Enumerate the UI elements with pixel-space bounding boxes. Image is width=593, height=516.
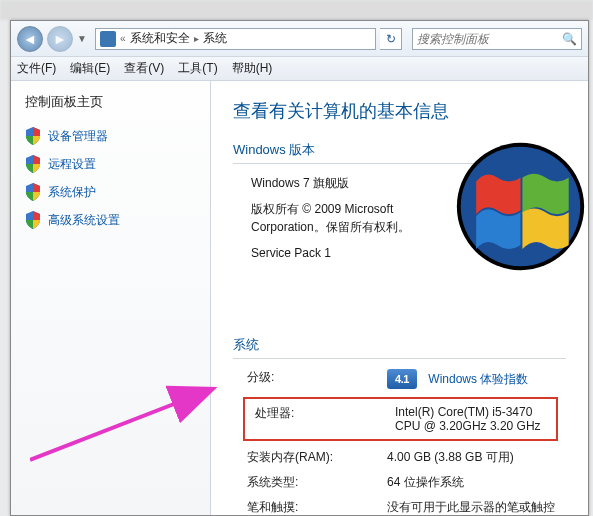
label-processor: 处理器:: [255, 405, 395, 422]
forward-button[interactable]: ►: [47, 26, 73, 52]
menu-file[interactable]: 文件(F): [17, 60, 56, 77]
label-pen-touch: 笔和触摸:: [247, 499, 387, 515]
search-input[interactable]: [417, 32, 558, 46]
breadcrumb-segment[interactable]: 系统和安全: [130, 30, 190, 47]
shield-icon: [25, 155, 41, 173]
back-button[interactable]: ◄: [17, 26, 43, 52]
divider: [233, 358, 566, 359]
row-system-type: 系统类型: 64 位操作系统: [247, 474, 566, 491]
row-rating: 分级: 4.1 Windows 体验指数: [247, 369, 566, 389]
menu-tools[interactable]: 工具(T): [178, 60, 217, 77]
value-pen-touch: 没有可用于此显示器的笔或触控输入: [387, 499, 566, 515]
search-icon: 🔍: [562, 32, 577, 46]
search-box[interactable]: 🔍: [412, 28, 582, 50]
label-system-type: 系统类型:: [247, 474, 387, 491]
menu-edit[interactable]: 编辑(E): [70, 60, 110, 77]
shield-icon: [25, 127, 41, 145]
chevron-right-icon: «: [120, 33, 126, 44]
menu-view[interactable]: 查看(V): [124, 60, 164, 77]
section-system: 系统: [233, 336, 566, 354]
row-pen-touch: 笔和触摸: 没有可用于此显示器的笔或触控输入: [247, 499, 566, 515]
breadcrumb-segment[interactable]: 系统: [203, 30, 227, 47]
address-bar[interactable]: « 系统和安全 ▸ 系统: [95, 28, 376, 50]
sidebar-item-label: 系统保护: [48, 184, 96, 201]
shield-icon: [25, 211, 41, 229]
label-ram: 安装内存(RAM):: [247, 449, 387, 466]
value-ram: 4.00 GB (3.88 GB 可用): [387, 449, 566, 466]
label-rating: 分级:: [247, 369, 387, 386]
shield-icon: [25, 183, 41, 201]
sidebar-item-label: 高级系统设置: [48, 212, 120, 229]
windows-logo-icon: [453, 139, 588, 274]
sidebar-item-device-manager[interactable]: 设备管理器: [25, 127, 196, 145]
highlight-box: 处理器: Intel(R) Core(TM) i5-3470 CPU @ 3.2…: [243, 397, 558, 441]
rating-badge: 4.1: [387, 369, 417, 389]
refresh-button[interactable]: ↻: [380, 28, 402, 50]
control-panel-home-link[interactable]: 控制面板主页: [25, 93, 196, 111]
nav-history-chevron[interactable]: ▼: [77, 33, 91, 44]
menu-help[interactable]: 帮助(H): [232, 60, 273, 77]
row-ram: 安装内存(RAM): 4.00 GB (3.88 GB 可用): [247, 449, 566, 466]
menu-bar: 文件(F) 编辑(E) 查看(V) 工具(T) 帮助(H): [11, 57, 588, 81]
system-window: ◄ ► ▼ « 系统和安全 ▸ 系统 ↻ 🔍 文件(F) 编辑(E) 查看(V)…: [10, 20, 589, 516]
sidebar-item-advanced-settings[interactable]: 高级系统设置: [25, 211, 196, 229]
chevron-right-icon: ▸: [194, 33, 199, 44]
windows-experience-index-link[interactable]: Windows 体验指数: [428, 372, 528, 386]
value-system-type: 64 位操作系统: [387, 474, 566, 491]
control-panel-icon: [100, 31, 116, 47]
row-processor: 处理器: Intel(R) Core(TM) i5-3470 CPU @ 3.2…: [255, 405, 550, 433]
sidebar-item-system-protection[interactable]: 系统保护: [25, 183, 196, 201]
sidebar-item-label: 设备管理器: [48, 128, 108, 145]
page-title: 查看有关计算机的基本信息: [233, 99, 566, 123]
sidebar-item-remote-settings[interactable]: 远程设置: [25, 155, 196, 173]
sidebar: 控制面板主页 设备管理器 远程设置 系统保护 高级系统设置: [11, 81, 211, 515]
content-pane: 查看有关计算机的基本信息 Windows 版本 Windows 7 旗舰版 版权…: [211, 81, 588, 515]
sidebar-item-label: 远程设置: [48, 156, 96, 173]
value-processor: Intel(R) Core(TM) i5-3470 CPU @ 3.20GHz …: [395, 405, 550, 433]
nav-bar: ◄ ► ▼ « 系统和安全 ▸ 系统 ↻ 🔍: [11, 21, 588, 57]
copyright-text: 版权所有 © 2009 Microsoft Corporation。保留所有权利…: [251, 200, 441, 236]
